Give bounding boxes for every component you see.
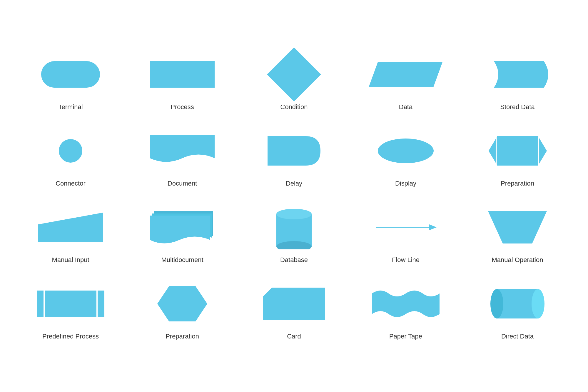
cell-terminal: Terminal <box>15 43 126 120</box>
multidocument-shape-container <box>129 204 235 251</box>
cell-connector: Connector <box>15 120 126 196</box>
preparation2-label: Preparation <box>166 333 199 340</box>
connector-shape <box>59 139 82 163</box>
delay-label: Delay <box>286 180 302 187</box>
cell-flow-line: Flow Line <box>350 196 462 273</box>
predefined-process-shape <box>37 291 104 317</box>
cell-stored-data: Stored Data <box>462 43 573 120</box>
paper-tape-shape <box>372 288 440 320</box>
paper-tape-shape-container <box>353 280 459 327</box>
cell-paper-tape: Paper Tape <box>350 273 462 349</box>
data-label: Data <box>399 103 412 111</box>
direct-data-shape <box>488 285 547 323</box>
database-label: Database <box>280 256 308 264</box>
stored-data-shape <box>485 61 550 88</box>
database-shape-container <box>241 204 347 251</box>
cell-direct-data: Direct Data <box>462 273 573 349</box>
predefined-process-shape-container <box>18 280 123 327</box>
cell-manual-input: Manual Input <box>15 196 126 273</box>
cell-preparation: Preparation <box>462 120 573 196</box>
display-shape-container <box>353 127 459 174</box>
direct-data-shape-container <box>465 280 570 327</box>
stored-data-label: Stored Data <box>500 103 534 111</box>
cell-data: Data <box>350 43 462 120</box>
data-shape-container <box>353 51 459 98</box>
terminal-shape-container <box>18 51 123 98</box>
multidocument-label: Multidocument <box>161 256 203 264</box>
manual-operation-shape <box>488 211 547 243</box>
cell-condition: Condition <box>238 43 350 120</box>
flow-line-shape <box>373 220 438 235</box>
cell-predefined-process: Predefined Process <box>15 273 126 349</box>
cell-process: Process <box>126 43 238 120</box>
flow-line-label: Flow Line <box>392 256 420 264</box>
data-shape <box>369 62 443 87</box>
manual-input-label: Manual Input <box>52 256 89 264</box>
manual-input-shape <box>38 213 103 242</box>
document-shape <box>150 135 215 167</box>
svg-point-0 <box>378 139 434 163</box>
cell-manual-operation: Manual Operation <box>462 196 573 273</box>
svg-marker-10 <box>429 224 437 230</box>
cell-card: Card <box>238 273 350 349</box>
condition-label: Condition <box>280 103 308 111</box>
cell-database: Database <box>238 196 350 273</box>
card-shape-container <box>241 280 347 327</box>
manual-input-shape-container <box>18 204 123 251</box>
cell-delay: Delay <box>238 120 350 196</box>
cell-preparation2: Preparation <box>126 273 238 349</box>
database-shape <box>275 205 313 249</box>
flowchart-symbols-grid: Terminal Process Condition Data Stored D <box>15 37 573 355</box>
direct-data-label: Direct Data <box>501 333 534 340</box>
svg-rect-11 <box>37 291 104 317</box>
card-label: Card <box>287 333 301 340</box>
stored-data-shape-container <box>465 51 570 98</box>
flow-line-shape-container <box>353 204 459 251</box>
condition-shape <box>267 47 321 101</box>
display-label: Display <box>395 180 416 187</box>
display-shape <box>376 138 435 164</box>
manual-operation-shape-container <box>465 204 570 251</box>
terminal-label: Terminal <box>58 103 83 111</box>
preparation-shape <box>488 136 547 166</box>
delay-shape-container <box>241 127 347 174</box>
preparation2-shape-container <box>129 280 235 327</box>
connector-shape-container <box>18 127 123 174</box>
svg-point-15 <box>532 289 544 318</box>
svg-point-16 <box>490 289 503 318</box>
process-shape <box>150 61 215 88</box>
svg-point-7 <box>276 209 312 219</box>
manual-operation-label: Manual Operation <box>492 256 543 264</box>
cell-document: Document <box>126 120 238 196</box>
process-shape-container <box>129 51 235 98</box>
process-label: Process <box>171 103 194 111</box>
cell-display: Display <box>350 120 462 196</box>
document-label: Document <box>168 180 197 187</box>
condition-shape-container <box>241 51 347 98</box>
preparation2-shape <box>157 286 207 321</box>
terminal-shape <box>41 61 100 88</box>
document-shape-container <box>129 127 235 174</box>
preparation-label: Preparation <box>501 180 534 187</box>
preparation-shape-container <box>465 127 570 174</box>
connector-label: Connector <box>56 180 86 187</box>
card-shape <box>263 288 325 320</box>
paper-tape-label: Paper Tape <box>389 333 422 340</box>
delay-shape <box>268 136 320 166</box>
multidocument-shape <box>150 208 215 246</box>
cell-multidocument: Multidocument <box>126 196 238 273</box>
predefined-process-label: Predefined Process <box>42 333 99 340</box>
